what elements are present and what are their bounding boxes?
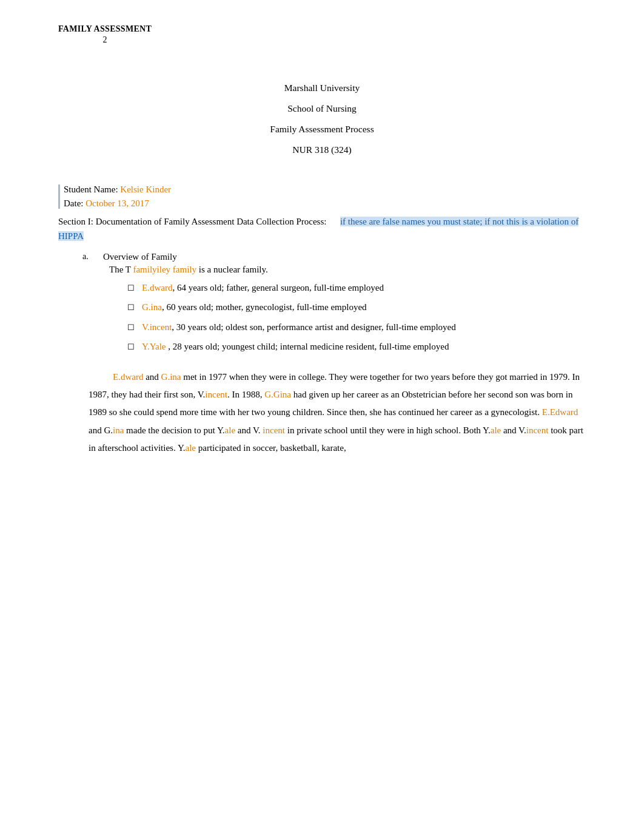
date-value: October 13, 2017 [86,198,149,208]
title-block: Marshall University School of Nursing Fa… [58,78,586,160]
para-1: E.dward and G.ina met in 1977 when they … [82,368,586,457]
overview-list-marker: a. [82,252,101,262]
para-yale-2: ale [491,425,501,435]
intro-end: is a nuclear family. [196,265,268,274]
member-3: V.incent, 30 years old; oldest son, perf… [142,320,456,334]
member-1: E.dward, 64 years old; father, general s… [142,281,456,295]
member-2-desc: , 60 years old; mother, gynecologist, fu… [162,302,367,312]
para-e-edward: E.Edward [542,407,579,417]
list-item: ☐ E.dward, 64 years old; father, general… [127,281,456,295]
header-page-num: 2 [58,35,152,45]
page: FAMILY ASSESSMENT 2 Marshall University … [0,0,644,835]
para-yale-1: ale [225,425,235,435]
list-item: ☐ Y.Yale , 28 years old; youngest child;… [127,340,456,354]
overview-label: Overview of Family [103,252,456,262]
process-name: Family Assessment Process [58,119,586,140]
student-label: Student Name: [64,184,118,194]
member-2-name: G.ina [142,302,162,312]
member-3-desc: , 30 years old; oldest son, performance … [172,322,455,332]
course-code: NUR 318 (324) [58,140,586,160]
date-label: Date: [64,198,83,208]
family-intro: The T familyiley family is a nuclear fam… [103,265,456,275]
para-yale-3: ale [186,443,196,453]
para-g-ina-1: G.ina [161,372,181,382]
list-item: ☐ V.incent, 30 years old; oldest son, pe… [127,320,456,334]
member-4: Y.Yale , 28 years old; youngest child; i… [142,340,456,354]
section-i-label: Section I: Documentation of Family Asses… [58,217,326,226]
member-4-desc: , 28 years old; youngest child; internal… [166,342,449,351]
member-3-name: V.incent [142,322,172,332]
para-g-ina-2: ina [113,425,124,435]
family-members-list: ☐ E.dward, 64 years old; father, general… [103,281,456,354]
member-1-desc: , 64 years old; father, general surgeon,… [172,283,384,292]
section-i-header: Section I: Documentation of Family Asses… [58,215,586,243]
page-header: FAMILY ASSESSMENT 2 [58,24,152,45]
university-name: Marshall University [58,78,586,98]
bullet-icon: ☐ [127,302,137,314]
intro-start: The T [109,265,133,274]
bullet-icon: ☐ [127,282,137,294]
list-item: ☐ G.ina, 60 years old; mother, gynecolog… [127,300,456,314]
section-body: a. Overview of Family The T familyiley f… [58,252,586,457]
bullet-icon: ☐ [127,322,137,334]
student-name-line: Student Name: Kelsie Kinder [64,184,586,195]
para-incent-1: incent [261,425,287,435]
member-4-name: Y.Yale [142,342,166,351]
member-2: G.ina, 60 years old; mother, gynecologis… [142,300,456,314]
para-vincent-1: incent [205,390,227,399]
bullet-icon: ☐ [127,341,137,353]
para-incent-2: incent [526,425,549,435]
para-g-gina: G.Gina [264,390,293,399]
family-name: familyiley family [133,265,196,274]
member-1-name: E.dward [142,283,172,292]
header-title: FAMILY ASSESSMENT [58,24,152,34]
date-line: Date: October 13, 2017 [64,198,586,209]
school-name: School of Nursing [58,98,586,119]
student-info-block: Student Name: Kelsie Kinder Date: Octobe… [58,184,586,209]
para-e-dward-1: E.dward [113,372,143,382]
student-name: Kelsie Kinder [120,184,171,194]
